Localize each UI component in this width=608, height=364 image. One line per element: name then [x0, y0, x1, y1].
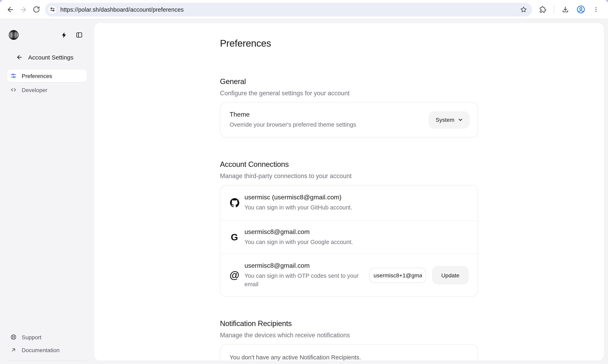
connection-description: You can sign in with OTP codes sent to y… — [244, 272, 365, 288]
sliders-icon — [11, 73, 16, 79]
url-text[interactable]: https://polar.sh/dashboard/account/prefe… — [60, 6, 520, 13]
google-icon: G — [230, 233, 239, 242]
extensions-button[interactable] — [536, 3, 549, 16]
back-to-account-settings[interactable]: Account Settings — [0, 54, 94, 61]
theme-select[interactable]: System — [429, 111, 470, 129]
connections-card: usermisc (usermisc8@gmail.com) You can s… — [220, 185, 478, 297]
section-notification-recipients: Notification Recipients Manage the devic… — [220, 319, 478, 360]
general-heading: General — [220, 77, 478, 86]
theme-selected-value: System — [436, 117, 454, 123]
tune-icon — [50, 7, 55, 12]
browser-window: https://polar.sh/dashboard/account/prefe… — [0, 0, 608, 364]
back-icon — [6, 5, 14, 13]
connection-row-github: usermisc (usermisc8@gmail.com) You can s… — [220, 185, 478, 220]
sidebar-nav: Preferences Developer — [0, 70, 94, 96]
at-sign-icon: @ — [230, 270, 239, 280]
forward-button[interactable] — [17, 3, 30, 16]
sidebar-item-preferences[interactable]: Preferences — [7, 70, 87, 82]
section-account-connections: Account Connections Manage third-party c… — [220, 160, 478, 297]
update-email-input[interactable] — [370, 268, 426, 283]
sidebar-item-label: Documentation — [22, 347, 60, 353]
main-panel: Preferences General Configure the genera… — [94, 23, 604, 360]
sidebar-item-label: Preferences — [22, 73, 52, 79]
back-button[interactable] — [4, 3, 17, 16]
polar-logo[interactable] — [8, 30, 19, 40]
connection-title: usermisc (usermisc8@gmail.com) — [244, 194, 352, 201]
chevron-down-icon — [458, 117, 463, 122]
site-settings-badge[interactable] — [48, 5, 56, 13]
bookmark-star-icon[interactable] — [520, 6, 527, 13]
profile-avatar-icon — [576, 5, 585, 14]
download-icon — [561, 5, 569, 13]
github-icon — [230, 198, 239, 208]
sidebar-item-label: Developer — [22, 87, 47, 93]
sidebar-toggle-button[interactable] — [76, 31, 83, 39]
code-icon — [11, 87, 16, 93]
arrow-up-right-icon — [11, 347, 16, 353]
lifebuoy-icon — [11, 334, 16, 340]
url-bar[interactable]: https://polar.sh/dashboard/account/prefe… — [45, 3, 532, 16]
toolbar-divider — [554, 5, 554, 13]
reload-icon — [32, 6, 40, 13]
connection-row-google: G usermisc8@gmail.com You can sign in wi… — [220, 220, 478, 254]
reload-button[interactable] — [30, 3, 43, 16]
browser-menu-button[interactable] — [590, 3, 602, 16]
general-subtitle: Configure the general settings for your … — [220, 90, 478, 97]
notification-recipients-card: You don't have any active Notification R… — [220, 344, 478, 360]
theme-label: Theme — [230, 111, 356, 118]
connections-subtitle: Manage third-party connections to your a… — [220, 172, 478, 180]
connection-description: You can sign in with your Google account… — [244, 238, 353, 246]
connections-heading: Account Connections — [220, 160, 478, 169]
connection-description: You can sign in with your GitHub account… — [244, 203, 352, 212]
forward-icon — [19, 5, 27, 13]
back-arrow-icon — [16, 54, 23, 61]
notifications-empty-text: You don't have any active Notification R… — [230, 354, 468, 360]
connection-row-email: @ usermisc8@gmail.com You can sign in wi… — [220, 254, 478, 296]
update-button-label: Update — [441, 272, 459, 278]
sidebar-item-label: Support — [22, 334, 41, 340]
theme-description: Override your browser's preferred theme … — [230, 120, 356, 129]
browser-toolbar: https://polar.sh/dashboard/account/prefe… — [0, 0, 608, 19]
sidebar-item-support[interactable]: Support — [7, 331, 87, 343]
sidebar-footer: Support Documentation — [0, 331, 94, 361]
back-label: Account Settings — [28, 54, 73, 61]
update-email-button[interactable]: Update — [432, 266, 468, 284]
sidebar-item-documentation[interactable]: Documentation — [7, 343, 87, 356]
sidebar-divider — [7, 360, 87, 361]
profile-button[interactable] — [574, 3, 587, 16]
quick-actions-button[interactable] — [61, 32, 67, 39]
sidebar-item-developer[interactable]: Developer — [7, 84, 87, 96]
section-general: General Configure the general settings f… — [220, 77, 478, 137]
notifications-subtitle: Manage the devices which receive notific… — [220, 332, 478, 339]
notifications-heading: Notification Recipients — [220, 319, 478, 328]
connection-title: usermisc8@gmail.com — [244, 228, 353, 235]
connection-title: usermisc8@gmail.com — [244, 262, 365, 269]
puzzle-icon — [539, 6, 546, 13]
theme-card: Theme Override your browser's preferred … — [220, 102, 478, 137]
sidebar: Account Settings Preferences Developer — [0, 19, 94, 364]
page-title: Preferences — [220, 38, 478, 49]
kebab-menu-icon — [593, 6, 599, 13]
downloads-button[interactable] — [559, 3, 572, 16]
